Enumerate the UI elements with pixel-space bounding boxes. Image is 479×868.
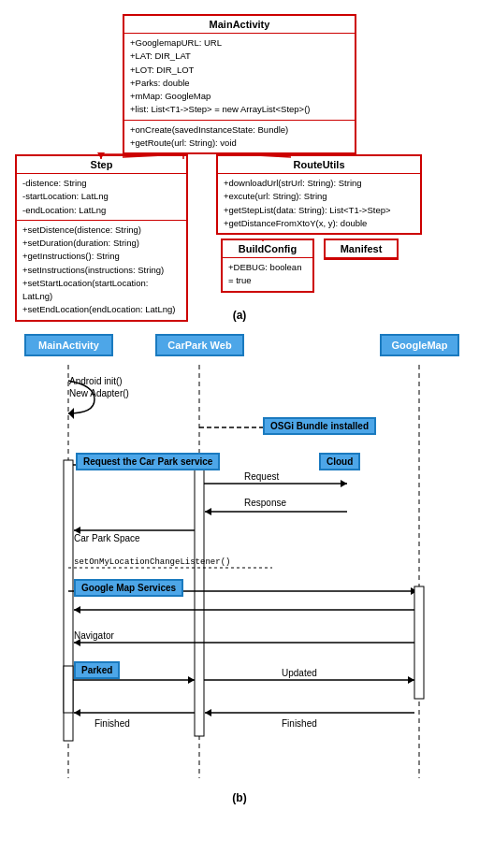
- svg-marker-25: [411, 587, 417, 595]
- car-park-space-text: Car Park Space: [74, 533, 140, 543]
- manifest-box: Manifest: [324, 239, 399, 260]
- route-utils-title: RouteUtils: [218, 156, 420, 174]
- set-location-text: setOnMyLocationChangeListener(): [74, 557, 230, 567]
- main-activity-title: MainActivity: [124, 16, 355, 34]
- step-method-3: +getInstructions(): String: [22, 250, 181, 263]
- step-field-2: -startLocation: LatLng: [22, 190, 181, 203]
- svg-marker-20: [205, 508, 211, 515]
- navigator-text: Navigator: [74, 630, 114, 641]
- step-method-6: +setEndLocation(endLocation: LatLng): [22, 303, 181, 316]
- field-4: +Parks: double: [130, 77, 349, 90]
- svg-rect-31: [64, 666, 73, 713]
- osgi-bundle-box: OSGi Bundle installed: [263, 417, 376, 435]
- ru-method-4: +getDistanceFromXtoY(x, y): double: [224, 217, 414, 230]
- ru-method-3: +getStepList(data: String): List<T1->Ste…: [224, 204, 414, 217]
- diagram-b-label: (b): [9, 791, 470, 804]
- google-map-services-box: Google Map Services: [74, 579, 183, 597]
- main-activity-fields: +GooglemapURL: URL +LAT: DIR_LAT +LOT: D…: [124, 34, 355, 120]
- route-utils-box: RouteUtils +downloadUrl(strUrl: String):…: [216, 154, 422, 235]
- field-5: +mMap: GoogleMap: [130, 90, 349, 103]
- lifeline-main-activity: MainActivity: [24, 334, 113, 356]
- step-field-1: -distence: String: [22, 177, 181, 190]
- build-config-fields: +DEBUG: boolean = true: [223, 258, 312, 291]
- field-3: +LOT: DIR_LOT: [130, 64, 349, 77]
- new-adapter-text: New Adapter(): [69, 388, 129, 398]
- step-box: Step -distence: String -startLocation: L…: [15, 154, 188, 322]
- step-method-5: +setStartLocation(startLocation: LatLng): [22, 277, 181, 304]
- step-method-1: +setDistence(distence: String): [22, 224, 181, 237]
- field-2: +LAT: DIR_LAT: [130, 50, 349, 63]
- ru-method-2: +excute(url: String): String: [224, 190, 414, 203]
- request-text: Request: [244, 471, 279, 482]
- step-method-2: +setDuration(duration: String): [22, 237, 181, 250]
- svg-marker-39: [205, 709, 211, 716]
- finished1-text: Finished: [94, 718, 130, 729]
- main-activity-box: MainActivity +GooglemapURL: URL +LAT: DI…: [123, 14, 356, 154]
- page: MainActivity +GooglemapURL: URL +LAT: DI…: [0, 0, 479, 821]
- build-config-title: BuildConfig: [223, 240, 312, 258]
- lifeline-google-map: GoogleMap: [380, 334, 459, 356]
- main-activity-methods: +onCreate(savedInstanceState: Bundle) +g…: [124, 120, 355, 153]
- svg-marker-35: [408, 676, 414, 684]
- svg-rect-18: [195, 460, 204, 736]
- request-carpark-box: Request the Car Park service: [76, 453, 220, 470]
- svg-marker-10: [68, 408, 74, 419]
- manifest-title: Manifest: [326, 240, 397, 258]
- svg-marker-16: [341, 480, 347, 487]
- step-fields: -distence: String -startLocation: LatLng…: [17, 174, 186, 220]
- lifeline-carpark-web: CarPark Web: [155, 334, 244, 356]
- build-config-box: BuildConfig +DEBUG: boolean = true: [221, 239, 314, 293]
- updated-text: Updated: [282, 668, 317, 678]
- cloud-box: Cloud: [319, 453, 360, 470]
- step-methods: +setDistence(distence: String) +setDurat…: [17, 220, 186, 320]
- step-method-4: +setInstructions(instructions: String): [22, 264, 181, 277]
- step-field-3: -endLocation: LatLng: [22, 204, 181, 217]
- parked-box: Parked: [74, 661, 120, 679]
- svg-rect-17: [64, 460, 73, 741]
- android-init-text: Android init(): [69, 376, 123, 386]
- route-utils-methods: +downloadUrl(strUrl: String): String +ex…: [218, 174, 420, 233]
- method-2: +getRoute(url: String): void: [130, 137, 349, 150]
- svg-marker-33: [188, 676, 195, 684]
- svg-marker-37: [74, 709, 80, 716]
- ru-method-1: +downloadUrl(strUrl: String): String: [224, 177, 414, 190]
- field-6: +list: List<T1->Step> = new ArrayList<St…: [130, 103, 349, 116]
- method-1: +onCreate(savedInstanceState: Bundle): [130, 123, 349, 137]
- sequence-diagram: MainActivity CarPark Web GoogleMap: [10, 329, 469, 788]
- step-title: Step: [17, 156, 186, 174]
- finished2-text: Finished: [282, 718, 317, 729]
- svg-rect-26: [414, 586, 424, 699]
- field-1: +GooglemapURL: URL: [130, 36, 349, 50]
- uml-class-diagram: MainActivity +GooglemapURL: URL +LAT: DI…: [10, 9, 469, 299]
- bc-field-1: +DEBUG: boolean = true: [228, 261, 307, 288]
- svg-marker-28: [74, 606, 80, 614]
- response-text: Response: [244, 498, 286, 508]
